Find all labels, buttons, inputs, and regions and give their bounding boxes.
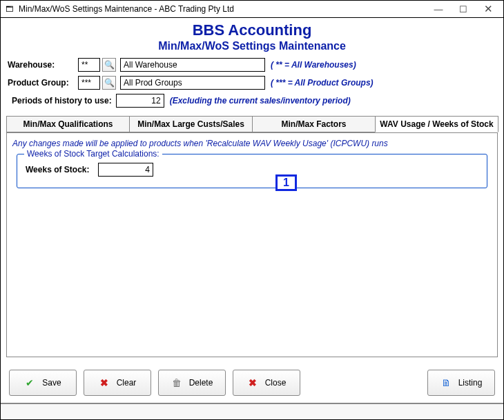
- search-icon: 🔍: [104, 78, 115, 88]
- check-icon: ✔: [24, 377, 35, 388]
- x-icon: ✖: [247, 377, 258, 388]
- minimize-button[interactable]: —: [426, 1, 451, 17]
- product-group-code-input[interactable]: ***: [78, 76, 100, 90]
- periods-row: Periods of history to use: 12 (Excluding…: [12, 94, 496, 108]
- maximize-button[interactable]: ☐: [451, 1, 476, 17]
- warehouse-label: Warehouse:: [8, 60, 78, 70]
- tab-minmax-large-custs[interactable]: Min/Max Large Custs/Sales: [129, 116, 253, 132]
- status-bar: [1, 403, 503, 419]
- weeks-of-stock-label: Weeks of Stock:: [26, 165, 98, 174]
- form-area: Warehouse: ** 🔍 All Warehouse ( ** = All…: [1, 54, 503, 116]
- warehouse-desc: All Warehouse: [120, 58, 265, 72]
- weeks-of-stock-row: Weeks of Stock: 4: [26, 163, 478, 177]
- product-group-hint: ( *** = All Product Groups): [271, 78, 374, 88]
- button-bar: ✔ Save ✖ Clear 🗑 Delete ✖ Close 🗎 Listin…: [1, 363, 503, 403]
- screen-title: Min/Max/WoS Settings Maintenance: [1, 40, 503, 52]
- panel-note: Any changes made will be applied to prod…: [12, 139, 492, 148]
- periods-label: Periods of history to use:: [12, 96, 112, 106]
- search-icon: 🔍: [104, 60, 115, 70]
- warehouse-code-input[interactable]: **: [78, 58, 100, 72]
- titlebar: 🗔 Min/Max/WoS Settings Maintenance - ABC…: [1, 1, 503, 18]
- close-button[interactable]: ✖ Close: [233, 370, 300, 396]
- close-window-button[interactable]: ✕: [476, 1, 501, 17]
- tab-panel: Any changes made will be applied to prod…: [6, 133, 498, 357]
- trash-icon: 🗑: [171, 377, 182, 388]
- app-title: BBS Accounting: [1, 22, 503, 39]
- product-group-lookup-button[interactable]: 🔍: [102, 76, 116, 90]
- document-icon: 🗎: [440, 377, 452, 388]
- warehouse-hint: ( ** = All Warehouses): [271, 60, 356, 70]
- weeks-of-stock-input[interactable]: 4: [98, 163, 153, 177]
- product-group-label: Product Group:: [8, 78, 78, 88]
- listing-button[interactable]: 🗎 Listing: [427, 370, 495, 396]
- window-title: Min/Max/WoS Settings Maintenance - ABC T…: [19, 4, 426, 14]
- annotation-callout-1: 1: [275, 174, 297, 191]
- tab-wav-usage-weeks-of-stock[interactable]: WAV Usage / Weeks of Stock: [375, 116, 498, 132]
- warehouse-row: Warehouse: ** 🔍 All Warehouse ( ** = All…: [8, 58, 496, 72]
- fieldset-legend: Weeks of Stock Target Calculations:: [24, 149, 162, 159]
- periods-input[interactable]: 12: [116, 94, 164, 108]
- product-group-row: Product Group: *** 🔍 All Prod Groups ( *…: [8, 76, 496, 90]
- tab-strip: Min/Max Qualifications Min/Max Large Cus…: [6, 116, 498, 133]
- app-icon: 🗔: [3, 3, 14, 14]
- header: BBS Accounting Min/Max/WoS Settings Main…: [1, 18, 503, 54]
- save-button[interactable]: ✔ Save: [9, 370, 77, 396]
- app-window: 🗔 Min/Max/WoS Settings Maintenance - ABC…: [0, 0, 504, 420]
- weeks-of-stock-fieldset: Weeks of Stock Target Calculations: Week…: [17, 154, 487, 188]
- x-icon: ✖: [99, 377, 110, 388]
- clear-button[interactable]: ✖ Clear: [84, 370, 151, 396]
- delete-button[interactable]: 🗑 Delete: [158, 370, 226, 396]
- periods-hint: (Excluding the current sales/inventory p…: [170, 96, 351, 106]
- product-group-desc: All Prod Groups: [120, 76, 265, 90]
- warehouse-lookup-button[interactable]: 🔍: [102, 58, 116, 72]
- tab-minmax-qualifications[interactable]: Min/Max Qualifications: [6, 116, 130, 132]
- tab-minmax-factors[interactable]: Min/Max Factors: [252, 116, 376, 132]
